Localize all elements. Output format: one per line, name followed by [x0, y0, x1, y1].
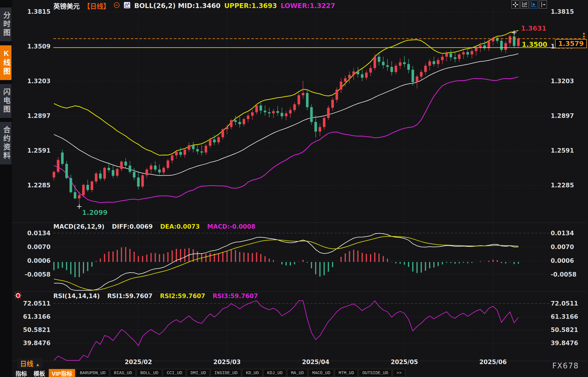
y-axis-label: 1.2591 [551, 147, 587, 154]
watermark: FX678 [552, 362, 579, 370]
y-axis-label: 0.0134 [551, 230, 587, 237]
x-axis-month-label: 2025/04 [302, 359, 329, 366]
sidebar-item-3[interactable]: 闪电图 [0, 84, 11, 118]
macd-hist-value: MACD:-0.0008 [207, 223, 255, 230]
y-axis-label: 1.2897 [551, 112, 587, 119]
y-axis-label: 0.0134 [17, 230, 50, 237]
rsi1-value: RSI1:59.7607 [107, 293, 153, 300]
x-axis-month-label: 2025/03 [213, 359, 241, 366]
y-axis-label: 1.3203 [551, 78, 587, 85]
macd-diff-value: DIFF:0.0069 [112, 223, 153, 230]
y-axis-label: -0.0058 [551, 271, 587, 278]
y-axis-label: 1.3203 [17, 78, 50, 85]
chart-canvas[interactable] [0, 0, 588, 377]
collapse-icon[interactable] [114, 2, 120, 10]
bottom-indicator-toolbar: 指标模板VIP指标BARUPDN_UDBIAS_UDBOLL_UDCCI_UDD… [13, 369, 405, 377]
boll-upper-label: UPPER:1.3693 [224, 2, 277, 9]
rsi3-value: RSI3:59.7607 [213, 293, 258, 300]
triangle-up-icon: ▲ [36, 362, 40, 367]
alert-sun-icon[interactable] [13, 291, 24, 301]
toolbar-item-vip指标[interactable]: VIP指标 [49, 369, 75, 377]
macd-header-row: MACD(26,12,9) DIFF:0.0069 DEA:0.0073 MAC… [53, 223, 255, 230]
y-axis-label: 61.3166 [551, 313, 587, 320]
main-title-row: 英镑美元 【日线】 BOLL(26,2) MID:1.3460 UPPER:1.… [53, 1, 335, 10]
y-axis-label: -0.0058 [17, 271, 50, 278]
y-axis-label: 1.2285 [17, 182, 50, 189]
boll-mid-label: BOLL(26,2) MID:1.3460 [134, 2, 221, 9]
symbol-name: 英镑美元 [53, 1, 80, 11]
toolbar-item-ma-ud[interactable]: MA_UD [287, 369, 307, 377]
last-price-box: 1.3579 [555, 39, 587, 48]
y-axis-label: 39.8476 [551, 340, 587, 347]
y-axis-label: 1.2285 [551, 182, 587, 189]
toolbar-item--[interactable]: >> [393, 369, 405, 377]
rsi-header-row: RSI(14,14,14) RSI1:59.7607 RSI2:59.7607 … [53, 293, 258, 300]
toolbar-item-inside-ud[interactable]: INSIDE_UD [211, 369, 241, 377]
chart-view-toolbar [511, 1, 547, 9]
y-axis-label: 0.0006 [551, 257, 587, 264]
indicator-chart-icon[interactable] [124, 2, 131, 10]
period-dropdown-label: 日线 [20, 360, 33, 368]
toolbar-item-bias-ud[interactable]: BIAS_UD [110, 369, 136, 377]
high-price-tag: 1.3631 [521, 25, 547, 32]
boll-lower-label: LOWER:1.3227 [281, 2, 335, 9]
candle-scale-icon[interactable] [521, 1, 529, 9]
macd-dea-value: DEA:0.0073 [160, 223, 200, 230]
y-axis-label: 0.0006 [17, 257, 50, 264]
sidebar: 分时图K线图闪电图合约资料 [0, 0, 12, 377]
y-axis-label: 61.3166 [17, 313, 50, 320]
toolbar-item-mtm-ud[interactable]: MTM_UD [335, 369, 358, 377]
toolbar-item-barupdn-ud[interactable]: BARUPDN_UD [76, 369, 109, 377]
y-axis-label: 0.0070 [551, 244, 587, 250]
sidebar-item-1[interactable]: 分时图 [0, 7, 11, 41]
play-scale-icon[interactable] [530, 1, 538, 9]
toolbar-item-kdj-ud[interactable]: KDJ_UD [263, 369, 286, 377]
toolbar-item-kd-ud[interactable]: KD_UD [242, 369, 262, 377]
y-axis-label: 1.3815 [17, 8, 50, 15]
app-root: 分时图K线图闪电图合约资料 英镑美元 【日线】 BOLL(26,2) MID:1… [0, 0, 588, 377]
macd-params-label: MACD(26,12,9) [53, 223, 104, 230]
y-axis-label: 50.5821 [551, 327, 587, 333]
level-line-tag: 1.3500 [522, 41, 547, 48]
y-axis-label: 72.0511 [551, 300, 587, 307]
pan-icon[interactable] [511, 1, 519, 9]
toolbar-item-cci-ud[interactable]: CCI_UD [163, 369, 186, 377]
toolbar-item-指标[interactable]: 指标 [13, 369, 30, 377]
y-axis-label: 50.5821 [17, 327, 50, 333]
toolbar-item-dmi-ud[interactable]: DMI_UD [187, 369, 210, 377]
toolbar-item-模板[interactable]: 模板 [31, 369, 48, 377]
x-axis-month-label: 2025/02 [125, 359, 152, 366]
sidebar-item-4[interactable]: 合约资料 [0, 122, 11, 164]
toolbar-item-outside-ud[interactable]: OUTSIDE_UD [359, 369, 392, 377]
low-price-tag: 1.2099 [82, 209, 108, 216]
x-axis-month-label: 2025/05 [391, 359, 418, 366]
scroll-to-latest-icon[interactable]: ▲▲ [582, 32, 586, 38]
y-axis-label: 1.2897 [17, 112, 50, 119]
rsi-params-label: RSI(14,14,14) [53, 293, 100, 300]
y-axis-label: 39.8476 [17, 340, 50, 347]
y-axis-label: 1.3509 [17, 43, 50, 50]
toolbar-item-macd-ud[interactable]: MACD_UD [308, 369, 334, 377]
sidebar-item-2[interactable]: K线图 [0, 45, 11, 80]
axis-shift-icon[interactable] [539, 1, 547, 9]
period-label[interactable]: 【日线】 [83, 1, 110, 11]
y-axis-label: 1.2591 [17, 147, 50, 154]
period-dropdown-button[interactable]: 日线▲ [17, 358, 43, 369]
y-axis-label: 1.3815 [551, 8, 587, 15]
rsi2-value: RSI2:59.7607 [160, 293, 205, 300]
y-axis-label: 0.0070 [17, 244, 50, 250]
x-axis-month-label: 2025/06 [479, 359, 507, 366]
toolbar-item-boll-ud[interactable]: BOLL_UD [137, 369, 162, 377]
